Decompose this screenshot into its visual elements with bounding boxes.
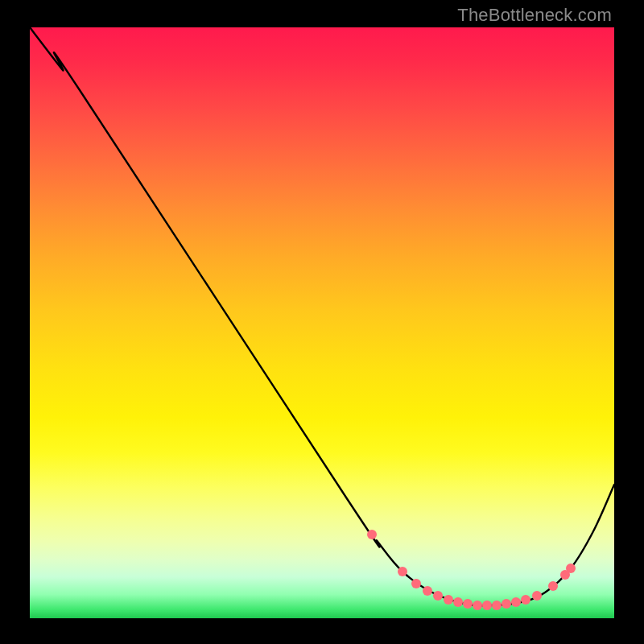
gradient-plot-area <box>30 27 614 618</box>
highlight-dot <box>548 581 558 591</box>
attribution-label: TheBottleneck.com <box>457 5 612 26</box>
highlight-dot <box>444 595 453 605</box>
highlight-dot <box>433 591 443 601</box>
highlight-dot <box>566 564 576 573</box>
highlight-dot <box>367 530 377 539</box>
highlight-dot <box>423 586 432 596</box>
highlight-dot <box>492 601 502 610</box>
highlight-dot <box>398 567 407 576</box>
highlight-dot-group <box>367 530 576 610</box>
highlight-dot <box>453 597 463 607</box>
highlight-dot <box>502 599 511 609</box>
highlight-dot <box>411 579 421 588</box>
highlight-dot <box>473 601 482 610</box>
highlight-dot <box>532 591 542 601</box>
chart-frame: TheBottleneck.com <box>0 0 644 644</box>
curve-svg <box>30 27 614 618</box>
bottleneck-curve-line <box>30 27 614 605</box>
highlight-dot <box>511 597 521 607</box>
highlight-dot <box>482 601 492 610</box>
highlight-dot <box>463 599 473 609</box>
highlight-dot <box>521 595 530 605</box>
